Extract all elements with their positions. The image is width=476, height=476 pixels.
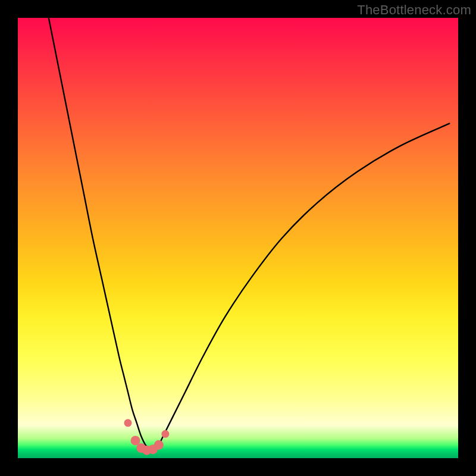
minimum-dot	[131, 436, 140, 445]
curve-svg	[18, 18, 458, 458]
watermark-text: TheBottleneck.com	[357, 2, 471, 18]
minimum-dot	[154, 440, 164, 450]
bottleneck-curve	[49, 18, 449, 450]
chart-plot-area	[18, 18, 458, 458]
minimum-dot	[161, 430, 169, 438]
minimum-dot	[124, 419, 132, 427]
